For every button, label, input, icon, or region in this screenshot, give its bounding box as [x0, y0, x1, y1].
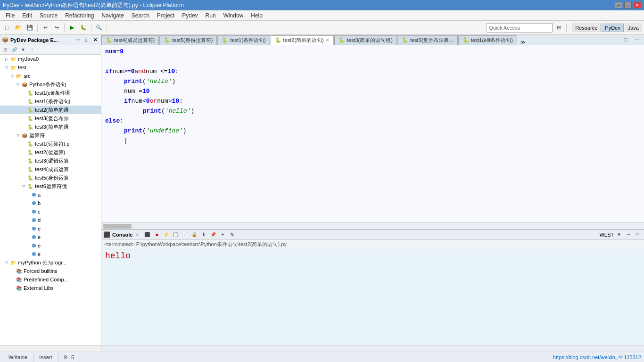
package-explorer-scrollbar[interactable]	[0, 345, 101, 352]
menu-item-navigate[interactable]: Navigate	[98, 11, 127, 20]
tree-item-var-e1[interactable]: e	[0, 224, 101, 233]
menu-item-edit[interactable]: Edit	[18, 11, 36, 20]
tree-item-var-b[interactable]: b	[0, 199, 101, 207]
tree-item-var-d[interactable]: d	[0, 216, 101, 224]
toolbar-search-button[interactable]: 🔍	[94, 23, 104, 33]
menu-item-help[interactable]: Help	[247, 11, 266, 20]
toolbar-new-button[interactable]: ⬚	[2, 23, 12, 33]
tab-label: test1(elif条件语句)	[471, 37, 513, 44]
title-bar-title: PyDev - test/src/Python条件语句/test2(简单的语句)…	[3, 1, 184, 9]
toolbar-undo-button[interactable]: ↩	[40, 23, 50, 33]
toolbar-layout-button[interactable]: ⊞	[553, 23, 564, 33]
tree-item-operators[interactable]: ▽ 📦 运算符	[0, 131, 101, 140]
tree-item-myjava0[interactable]: ▷ 📁 myJava0	[0, 55, 101, 63]
console-clear-button[interactable]: ⬛	[143, 230, 151, 239]
tree-item-var-a[interactable]: a	[0, 190, 101, 199]
console-paste-button[interactable]: 📄	[181, 230, 189, 239]
menu-bar: FileEditSourceRefactoringNavigateSearchP…	[0, 10, 644, 21]
tree-item-var-e4[interactable]: e	[0, 250, 101, 258]
minimize-button[interactable]: ─	[615, 2, 622, 8]
perspective-resource-button[interactable]: Resource	[572, 24, 601, 32]
tree-item-file-4[interactable]: 🐍 test3(复合布尔	[0, 114, 101, 123]
tree-item-op-5[interactable]: 🐍 test5(身份运算	[0, 173, 101, 182]
console-copy-button[interactable]: 📋	[171, 230, 180, 239]
quick-access-box	[487, 23, 553, 33]
menu-item-search[interactable]: Search	[128, 11, 153, 20]
pe-collapse-button[interactable]: ⊟	[1, 46, 9, 54]
tree-item-op-3[interactable]: 🐍 test3(逻辑运算	[0, 156, 101, 165]
tree-item-var-e3[interactable]: e	[0, 241, 101, 250]
perspective-java-button[interactable]: Java	[625, 24, 642, 32]
console-terminate-button[interactable]: ■	[152, 230, 161, 239]
tree-item-file-2[interactable]: 🐍 test1(条件语句).	[0, 97, 101, 106]
tree-item-file-5[interactable]: 🐍 test3(简单的语	[0, 123, 101, 131]
editor-tab-test2-active[interactable]: 🐍 test2(简单的语句) ✕	[271, 35, 334, 45]
perspective-pydev-button[interactable]: PyDev	[602, 24, 623, 32]
tree-item-forced-builtins[interactable]: 📚 Forced builtins	[0, 267, 101, 275]
menu-item-pydev[interactable]: Pydev	[178, 11, 201, 20]
console-wlst-dropdown[interactable]: ▼	[615, 230, 623, 239]
tree-item-op-4[interactable]: 🐍 test4(成员运算	[0, 165, 101, 173]
wlst-label: WLST	[599, 232, 614, 238]
editor-tab-test5[interactable]: 🐍 test5(身份运算符)	[159, 35, 217, 45]
pe-maximize-button[interactable]: □	[83, 36, 91, 44]
quick-access-input[interactable]	[487, 23, 553, 33]
editor-tab-test4[interactable]: 🐍 test4(成员运算符)	[101, 35, 159, 45]
menu-item-refactoring[interactable]: Refactoring	[61, 11, 98, 20]
tree-item-file-1[interactable]: 🐍 test1(elif条件语	[0, 89, 101, 97]
pe-close-button[interactable]: ✕	[91, 36, 99, 44]
maximize-button[interactable]: □	[624, 2, 632, 8]
tree-item-op-6[interactable]: ▽ 🐍 test6运算符优	[0, 182, 101, 190]
code-editor[interactable]: num = 9 if num >=0 and num <= 10: print …	[101, 45, 644, 222]
pe-minimize-button[interactable]: ─	[74, 36, 82, 44]
tab-close-button[interactable]: ✕	[326, 38, 330, 42]
tree-item-file-3[interactable]: 🐍 test2(简单的语	[0, 106, 101, 114]
pe-filter-button[interactable]: ▼	[19, 46, 27, 54]
editor-maximize-button[interactable]: □	[620, 35, 631, 45]
menu-item-file[interactable]: File	[2, 11, 18, 20]
editor-tab-test3-simple[interactable]: 🐍 test3(简单的语句组)	[334, 35, 397, 45]
console-hello-text: hello	[105, 251, 131, 261]
pe-link-button[interactable]: 🔗	[10, 46, 18, 54]
console-disconnect-button[interactable]: ⚡	[162, 230, 170, 239]
editor-tab-test1-cond[interactable]: 🐍 test1(条件语句)	[217, 35, 270, 45]
editor-restore-button[interactable]: ─	[632, 35, 642, 45]
tree-item-var-c[interactable]: c	[0, 207, 101, 216]
status-link[interactable]: https://blog.csdn.net/weixin_44123312	[80, 354, 641, 360]
code-line-blank	[105, 57, 640, 67]
tree-item-src[interactable]: ▽ 📂 src	[0, 72, 101, 80]
console-maximize-button[interactable]: □	[634, 230, 642, 239]
tree-item-python-conditions[interactable]: ▽ 📦 Python条件语句	[0, 80, 101, 89]
console-pin-button[interactable]: 📌	[209, 230, 217, 239]
console-scroll-lock-button[interactable]: 🔒	[190, 230, 198, 239]
toolbar-debug-button[interactable]: 🐛	[78, 23, 89, 33]
toolbar-redo-button[interactable]: ↪	[51, 23, 62, 33]
console-scroll-end-button[interactable]: ⬇	[199, 230, 208, 239]
editor-tab-test3-complex[interactable]: 🐍 test3(复合布尔表...	[397, 35, 458, 45]
title-bar-controls: ─ □ ✕	[615, 2, 641, 8]
editor-tab-test1-elif[interactable]: 🐍 test1(elif条件语句)	[458, 35, 517, 45]
tab-overflow-button[interactable]: ≫	[519, 40, 527, 45]
pe-menu-button[interactable]: ⋮	[28, 46, 36, 54]
tree-item-predefined-comp[interactable]: 📚 Predefined Comp...	[0, 275, 101, 284]
tree-item-op-1[interactable]: 🐍 test1(运算符).p	[0, 140, 101, 148]
menu-item-project[interactable]: Project	[153, 11, 178, 20]
tree-item-var-e2[interactable]: e	[0, 233, 101, 241]
console-new-button[interactable]: +	[218, 230, 227, 239]
menu-item-window[interactable]: Window	[220, 11, 248, 20]
close-button[interactable]: ✕	[634, 2, 641, 8]
tree-item-op-2[interactable]: 🐍 test2(位运算).	[0, 148, 101, 156]
editor-horizontal-scrollbar[interactable]	[101, 222, 644, 229]
toolbar-sep-1	[37, 24, 38, 32]
console-switch-button[interactable]: ⇅	[228, 230, 236, 239]
toolbar-save-button[interactable]: 💾	[25, 23, 35, 33]
tree-item-external-libs[interactable]: 📚 External Libs	[0, 284, 101, 292]
toolbar-open-button[interactable]: 📂	[13, 23, 24, 33]
menu-item-source[interactable]: Source	[36, 11, 61, 20]
console-horizontal-scrollbar[interactable]	[101, 345, 644, 352]
toolbar-run-button[interactable]: ▶	[67, 23, 77, 33]
console-minimize-button[interactable]: ─	[624, 230, 633, 239]
tree-item-test[interactable]: ▽ 📁 test	[0, 63, 101, 72]
tree-item-mypython[interactable]: ▽ 📁 myPython (E:\progr...	[0, 258, 101, 267]
menu-item-run[interactable]: Run	[202, 11, 220, 20]
